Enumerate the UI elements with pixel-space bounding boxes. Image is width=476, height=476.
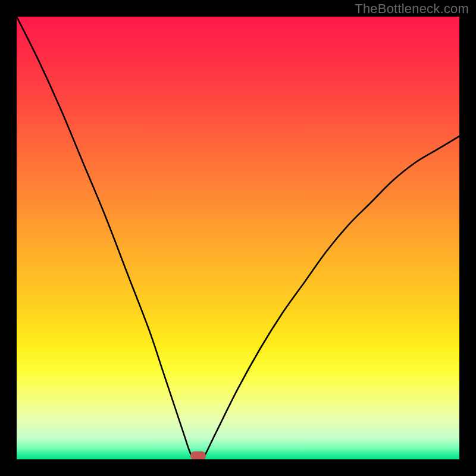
plot-area (17, 17, 459, 459)
bottleneck-curve (17, 17, 459, 459)
chart-frame: TheBottleneck.com (0, 0, 476, 476)
optimal-marker (190, 452, 206, 460)
watermark-text: TheBottleneck.com (355, 1, 469, 17)
